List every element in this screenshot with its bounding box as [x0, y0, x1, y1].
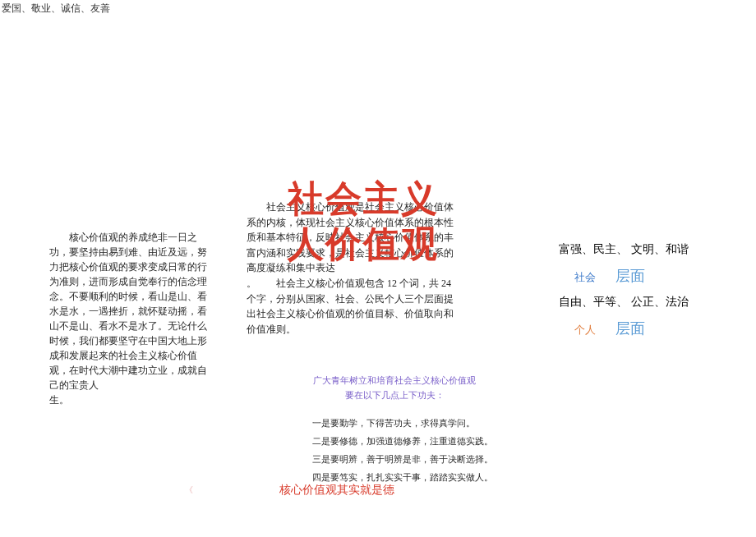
tag-social-label: 社会: [559, 267, 596, 288]
youth-item-3: 三是要明辨，善于明辨是非，善于决断选择。: [312, 450, 509, 468]
center-title: 社会主义 人价值观: [288, 177, 439, 267]
youth-header-line1: 广大青年树立和培育社会主义核心价值观: [279, 374, 509, 388]
tag-personal-big: 层面: [615, 320, 645, 337]
youth-list: 一是要勤学，下得苦功夫，求得真学问。 二是要修德，加强道德修养，注重道德实践。 …: [279, 414, 509, 486]
right-row-national: 富强、民主、 文明、和谐: [559, 238, 748, 261]
right-tag-personal: 个人 层面: [559, 314, 748, 343]
youth-header: 广大青年树立和培育社会主义核心价值观 要在以下几点上下功夫：: [279, 374, 509, 402]
right-column: 富强、民主、 文明、和谐 社会 层面 自由、平等、 公正、法治 个人 层面: [559, 238, 748, 343]
tag-social-big: 层面: [615, 268, 645, 284]
center-title-line2: 人价值观: [288, 222, 439, 267]
right-row-social: 自由、平等、 公正、法治: [559, 291, 748, 314]
left-paragraph: 核心价值观的养成绝非一日之功，要坚持由易到难、由近及远，努力把核心价值观的要求变…: [49, 230, 210, 407]
center-title-line1: 社会主义: [288, 177, 439, 222]
right-tag-social: 社会 层面: [559, 261, 748, 291]
bottom-red-text: 核心价值观其实就是德: [279, 483, 394, 498]
youth-item-1: 一是要勤学，下得苦功夫，求得真学问。: [312, 414, 509, 432]
youth-section: 广大青年树立和培育社会主义核心价值观 要在以下几点上下功夫： 一是要勤学，下得苦…: [279, 374, 509, 486]
tiny-mark: 《: [185, 484, 193, 496]
youth-header-line2: 要在以下几点上下功夫：: [279, 388, 509, 403]
tag-personal-label: 个人: [559, 319, 596, 341]
top-values-line: 爱国、敬业、诚信、友善: [2, 2, 110, 16]
youth-item-2: 二是要修德，加强道德修养，注重道德实践。: [312, 432, 509, 450]
